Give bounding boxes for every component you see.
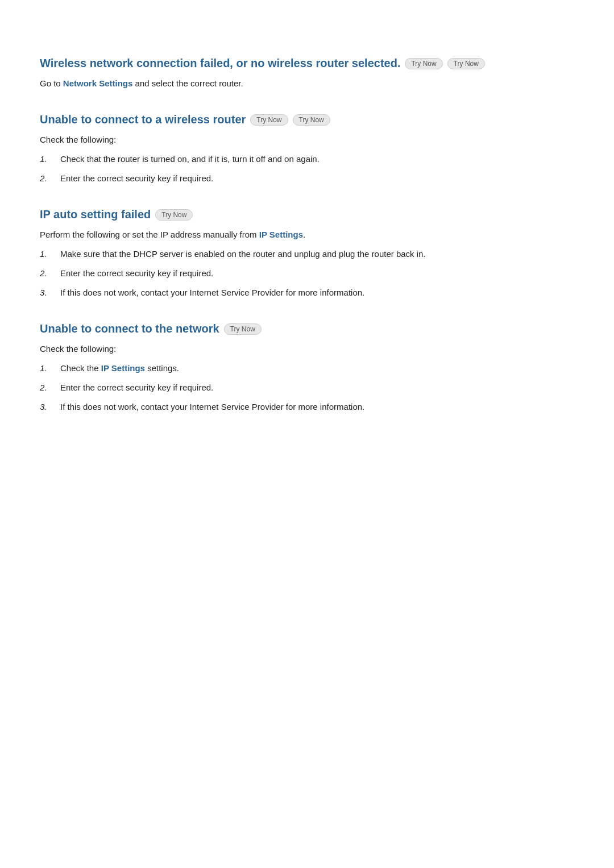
section-intro-wireless-network-failed: Go to Network Settings and select the co…: [40, 77, 574, 90]
list-item: 2.Enter the correct security key if requ…: [40, 381, 574, 394]
link-wireless-network-failed[interactable]: Network Settings: [63, 78, 133, 88]
list-number: 3.: [40, 286, 53, 300]
list-unable-to-connect-network: 1.Check the IP Settings settings.2.Enter…: [40, 362, 574, 414]
section-ip-auto-setting-failed: IP auto setting failedTry NowPerform the…: [40, 208, 574, 300]
heading-text: Wireless network connection failed, or n…: [40, 57, 400, 70]
list-item: 3.If this does not work, contact your In…: [40, 400, 574, 414]
heading-text: Unable to connect to a wireless router: [40, 113, 246, 126]
list-item-text: Enter the correct security key if requir…: [60, 381, 213, 394]
heading-text: Unable to connect to the network: [40, 322, 219, 335]
list-number: 1.: [40, 152, 53, 166]
section-heading-ip-auto-setting-failed: IP auto setting failedTry Now: [40, 208, 574, 221]
list-number: 1.: [40, 247, 53, 261]
try-now-badge-1-1[interactable]: Try Now: [293, 114, 330, 126]
list-item-text: If this does not work, contact your Inte…: [60, 400, 364, 414]
section-heading-wireless-network-failed: Wireless network connection failed, or n…: [40, 57, 574, 70]
list-item-text: Check that the router is turned on, and …: [60, 152, 320, 166]
list-number: 2.: [40, 267, 53, 280]
list-item: 2.Enter the correct security key if requ…: [40, 172, 574, 185]
section-wireless-network-failed: Wireless network connection failed, or n…: [40, 57, 574, 90]
list-number: 2.: [40, 381, 53, 394]
list-item-text: Enter the correct security key if requir…: [60, 267, 213, 280]
section-intro-unable-to-connect-network: Check the following:: [40, 342, 574, 356]
try-now-badge-3-0[interactable]: Try Now: [224, 323, 262, 335]
try-now-badge-1-0[interactable]: Try Now: [250, 114, 288, 126]
section-unable-to-connect-router: Unable to connect to a wireless routerTr…: [40, 113, 574, 185]
section-intro-ip-auto-setting-failed: Perform the following or set the IP addr…: [40, 228, 574, 242]
try-now-badge-0-1[interactable]: Try Now: [447, 58, 485, 69]
list-item-text: If this does not work, contact your Inte…: [60, 286, 364, 300]
try-now-badge-0-0[interactable]: Try Now: [405, 58, 442, 69]
list-item: 1.Make sure that the DHCP server is enab…: [40, 247, 574, 261]
heading-text: IP auto setting failed: [40, 208, 151, 221]
list-item: 1.Check the IP Settings settings.: [40, 362, 574, 375]
section-heading-unable-to-connect-network: Unable to connect to the networkTry Now: [40, 322, 574, 335]
list-item: 2.Enter the correct security key if requ…: [40, 267, 574, 280]
section-unable-to-connect-network: Unable to connect to the networkTry NowC…: [40, 322, 574, 414]
list-item-text: Make sure that the DHCP server is enable…: [60, 247, 426, 261]
list-item: 3.If this does not work, contact your In…: [40, 286, 574, 300]
list-item-text: Enter the correct security key if requir…: [60, 172, 213, 185]
list-unable-to-connect-router: 1.Check that the router is turned on, an…: [40, 152, 574, 185]
list-number: 2.: [40, 172, 53, 185]
link-ip-auto-setting-failed[interactable]: IP Settings: [259, 230, 303, 239]
section-intro-unable-to-connect-router: Check the following:: [40, 133, 574, 147]
try-now-badge-2-0[interactable]: Try Now: [155, 209, 193, 221]
list-item-link-0[interactable]: IP Settings: [101, 363, 145, 373]
list-ip-auto-setting-failed: 1.Make sure that the DHCP server is enab…: [40, 247, 574, 300]
list-number: 1.: [40, 362, 53, 375]
section-heading-unable-to-connect-router: Unable to connect to a wireless routerTr…: [40, 113, 574, 126]
list-number: 3.: [40, 400, 53, 414]
list-item: 1.Check that the router is turned on, an…: [40, 152, 574, 166]
list-item-text: Check the IP Settings settings.: [60, 362, 179, 375]
